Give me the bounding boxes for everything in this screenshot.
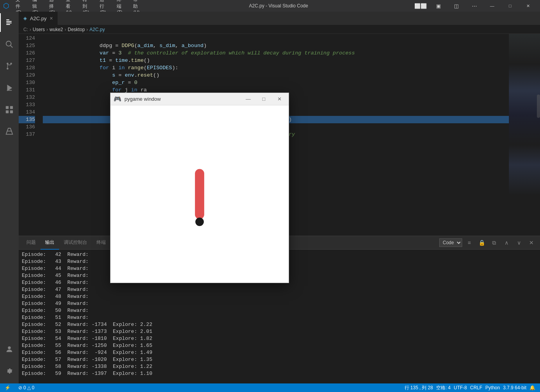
expand-panel-btn[interactable]: ∨ <box>514 238 524 247</box>
pygame-maximize-btn[interactable]: □ <box>258 95 270 103</box>
window-title: A2C.py - Visual Studio Code <box>146 3 412 9</box>
activity-extensions[interactable] <box>0 100 19 119</box>
line-ending-text: CRLF <box>470 385 482 390</box>
output-line-17: Episode: 58 Reward: -1338 Explore: 1.22 <box>22 363 537 370</box>
output-line-13: Episode: 54 Reward: -1810 Explore: 1.82 <box>22 335 537 342</box>
spaces-text: 空格: 4 <box>436 385 451 391</box>
activity-explorer[interactable] <box>0 13 19 32</box>
svg-point-8 <box>10 63 12 65</box>
lock-output-btn[interactable]: 🔒 <box>476 238 487 247</box>
activity-source-control[interactable] <box>0 57 19 75</box>
vscode-icon: ⬡ <box>3 2 9 10</box>
layout-btn[interactable]: ⬜⬜ <box>412 0 430 12</box>
close-btn[interactable]: ✕ <box>519 0 537 12</box>
status-notification[interactable]: 🔔 <box>528 383 537 392</box>
svg-point-4 <box>6 41 11 46</box>
svg-rect-0 <box>6 19 9 20</box>
copy-output-btn[interactable]: ⧉ <box>489 238 500 247</box>
toggle-sidebar-btn[interactable]: ◫ <box>447 0 465 12</box>
output-source-select[interactable]: Code <box>439 238 462 247</box>
status-language[interactable]: Python <box>484 383 501 392</box>
breadcrumb-users[interactable]: Users <box>33 27 45 32</box>
svg-rect-2 <box>6 23 12 23</box>
language-text: Python <box>486 385 500 390</box>
panel-tab-output[interactable]: 输出 <box>40 236 59 250</box>
panel-tab-problems[interactable]: 问题 <box>22 236 40 250</box>
activity-search[interactable] <box>0 35 19 54</box>
python-version-text: 3.7.9 64-bit <box>503 385 526 390</box>
status-errors[interactable]: ⊘ 0 △ 0 <box>17 383 36 392</box>
activity-bottom <box>0 340 19 383</box>
maximize-btn[interactable]: □ <box>501 0 519 12</box>
breadcrumb-file[interactable]: A2C.py <box>89 27 105 32</box>
code-line-124: ddpg = DDPG(a_dim, s_dim, a_bound) <box>43 35 509 42</box>
panel-controls: Code ≡ 🔒 ⧉ ∧ ∨ ✕ <box>439 238 537 247</box>
activity-account[interactable] <box>0 340 19 359</box>
output-line-14: Episode: 55 Reward: -1250 Explore: 1.65 <box>22 342 537 349</box>
svg-rect-10 <box>7 90 12 91</box>
pendulum-pivot <box>195 217 204 226</box>
pygame-window: 🎮 pygame window — □ ✕ <box>110 93 289 283</box>
minimap <box>509 34 540 236</box>
output-line-11: Episode: 52 Reward: -1734 Explore: 2.22 <box>22 321 537 328</box>
panel-tab-debug[interactable]: 调试控制台 <box>59 236 92 250</box>
output-line-18: Episode: 59 Reward: -1397 Explore: 1.10 <box>22 370 537 377</box>
activity-test[interactable] <box>0 122 19 141</box>
more-layout-btn[interactable]: ⋯ <box>465 0 483 12</box>
output-line-16: Episode: 57 Reward: -1020 Explore: 1.35 <box>22 356 537 363</box>
status-spaces[interactable]: 空格: 4 <box>435 383 452 392</box>
activity-settings[interactable] <box>0 362 19 380</box>
pygame-minimize-btn[interactable]: — <box>242 95 254 103</box>
split-editor-btn[interactable]: ▣ <box>430 0 447 12</box>
tab-filename: A2C.py <box>30 16 47 21</box>
pygame-window-title: pygame window <box>124 96 239 102</box>
status-position[interactable]: 行 135, 列 28 <box>403 383 435 392</box>
warning-icon: △ <box>27 385 31 390</box>
activity-run[interactable] <box>0 79 19 97</box>
breadcrumb-drive[interactable]: C: <box>23 27 28 32</box>
pygame-canvas <box>110 105 289 283</box>
activity-bar <box>0 12 19 383</box>
status-encoding[interactable]: UTF-8 <box>452 383 468 392</box>
pygame-titlebar: 🎮 pygame window — □ ✕ <box>110 93 289 105</box>
svg-rect-3 <box>6 24 10 25</box>
output-line-9: Episode: 50 Reward: <box>22 307 537 314</box>
tab-close-btn[interactable]: × <box>50 15 53 21</box>
window-controls: ⬜⬜ ▣ ◫ ⋯ — □ ✕ <box>412 0 537 12</box>
col-text: 列 28 <box>422 385 433 391</box>
titlebar: ⬡ 文件(F) 编辑(E) 选择(S) 查看(V) 转到(G) 运行(R) 终端… <box>0 0 540 12</box>
line-numbers: 124 125 126 127 128 129 130 131 132 133 … <box>19 34 39 236</box>
svg-point-15 <box>8 346 11 349</box>
output-line-8: Episode: 49 Reward: <box>22 300 537 307</box>
svg-rect-14 <box>10 110 13 113</box>
clear-output-btn[interactable]: ∧ <box>501 238 512 247</box>
pygame-close-btn[interactable]: ✕ <box>273 95 286 103</box>
svg-rect-12 <box>10 106 13 109</box>
error-icon: ⊘ <box>18 385 22 390</box>
pygame-app-icon: 🎮 <box>114 95 121 103</box>
row-col-text: 行 135 <box>405 385 418 391</box>
filter-output-btn[interactable]: ≡ <box>464 238 475 247</box>
output-line-7: Episode: 48 Reward: <box>22 293 537 300</box>
breadcrumb-user[interactable]: wuke2 <box>49 27 63 32</box>
status-line-ending[interactable]: CRLF <box>468 383 484 392</box>
file-icon: ◈ <box>23 16 27 21</box>
minimize-btn[interactable]: — <box>483 0 501 12</box>
remote-icon: ⚡ <box>5 385 11 390</box>
panel-tab-terminal[interactable]: 终端 <box>92 236 110 250</box>
breadcrumb-desktop[interactable]: Desktop <box>68 27 85 32</box>
svg-line-5 <box>11 46 13 48</box>
status-bar: ⚡ ⊘ 0 △ 0 行 135, 列 28 空格: 4 UTF-8 CRLF P… <box>0 383 540 392</box>
svg-rect-11 <box>6 106 9 109</box>
svg-rect-13 <box>6 110 9 113</box>
pendulum-pole <box>195 169 204 219</box>
status-right: 行 135, 列 28 空格: 4 UTF-8 CRLF Python 3.7.… <box>403 383 537 392</box>
warning-count: 0 <box>32 385 35 390</box>
close-panel-btn[interactable]: ✕ <box>526 238 537 247</box>
output-line-12: Episode: 53 Reward: -1373 Explore: 2.01 <box>22 328 537 335</box>
status-remote[interactable]: ⚡ <box>3 383 12 392</box>
status-python-version[interactable]: 3.7.9 64-bit <box>501 383 528 392</box>
bell-icon: 🔔 <box>529 385 535 390</box>
svg-point-6 <box>7 63 9 65</box>
editor-tab-a2c[interactable]: ◈ A2C.py × <box>19 12 58 25</box>
